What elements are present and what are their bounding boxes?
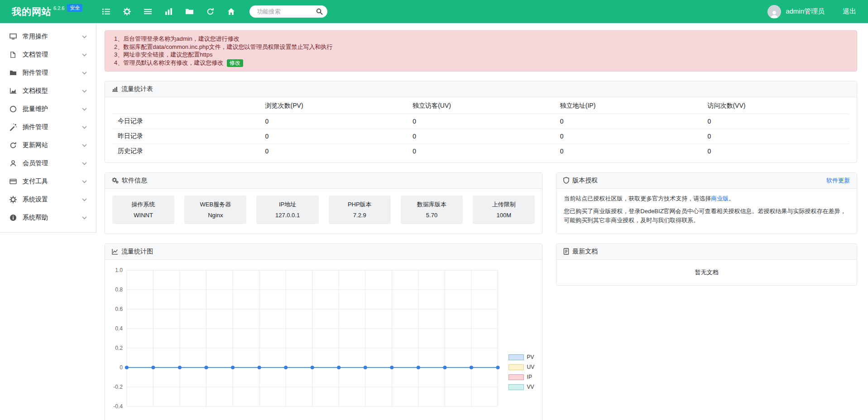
- legend-label: UV: [527, 364, 535, 370]
- shield-icon: [563, 177, 569, 184]
- software-item-value: 5.70: [403, 211, 461, 220]
- software-info-card: 软件信息 操作系统 WINNT WEB服务器 Nginx IP地址 127.0.…: [105, 172, 542, 234]
- software-item-database: 数据库版本 5.70: [401, 196, 463, 224]
- svg-text:-0.2: -0.2: [113, 383, 123, 390]
- svg-text:-0.4: -0.4: [113, 403, 123, 409]
- list-icon[interactable]: [102, 8, 110, 15]
- gear-icon[interactable]: [123, 8, 131, 15]
- chart-legend: PV UV IP VV: [508, 353, 535, 391]
- top-navbar: 我的网站 6.2.6 安全: [0, 0, 868, 23]
- traffic-chart-card: 流量统计图 1.00.80.60.40.20-0.2-0.4 PV UV: [105, 243, 542, 420]
- latest-docs-empty: 暂无文档: [556, 260, 857, 285]
- svg-text:0: 0: [120, 364, 123, 370]
- cell-value: 0: [555, 114, 702, 129]
- alert-line: 4、管理员默认名称没有修改，建议您修改 修改: [114, 59, 848, 67]
- row-label: 昨日记录: [112, 129, 260, 144]
- modify-badge[interactable]: 修改: [227, 59, 243, 67]
- cell-value: 0: [702, 114, 849, 129]
- alert-line: 1、后台管理登录名称为admin，建议您进行修改: [114, 35, 848, 43]
- software-item-ip: IP地址 127.0.0.1: [256, 196, 318, 224]
- sidebar-item-document-management[interactable]: 文档管理: [0, 46, 96, 64]
- legend-label: VV: [527, 384, 534, 390]
- cell-value: 0: [407, 114, 555, 129]
- sidebar-item-update-site[interactable]: 更新网站: [0, 136, 96, 154]
- version-label: 6.2.6: [53, 5, 64, 11]
- card-title: 最新文档: [572, 248, 598, 256]
- sidebar-item-label: 文档模型: [23, 87, 48, 95]
- search-icon[interactable]: [316, 8, 323, 15]
- column-header: 独立访客(UV): [407, 98, 555, 114]
- navbar-shortcut-icons: [102, 8, 235, 15]
- sidebar-item-label: 常用操作: [23, 33, 48, 41]
- sidebar-item-system-help[interactable]: 系统帮助: [0, 209, 96, 227]
- software-update-link[interactable]: 软件更新: [826, 177, 850, 185]
- security-badge[interactable]: 安全: [67, 4, 82, 12]
- bar-chart-icon: [112, 86, 118, 92]
- site-brand[interactable]: 我的网站 6.2.6 安全: [12, 5, 82, 18]
- chevron-down-icon: [82, 35, 87, 38]
- traffic-table: 浏览次数(PV) 独立访客(UV) 独立地址(IP) 访问次数(VV) 今日记录…: [112, 98, 849, 159]
- line-chart-icon: [112, 248, 118, 255]
- legend-item-vv: VV: [508, 383, 535, 391]
- legend-swatch: [508, 354, 524, 360]
- sidebar-item-label: 系统设置: [23, 196, 48, 204]
- cell-value: 0: [260, 114, 408, 129]
- sidebar-item-member-management[interactable]: 会员管理: [0, 154, 96, 172]
- legend-label: PV: [527, 354, 534, 360]
- chevron-down-icon: [82, 216, 87, 220]
- software-item-value: 127.0.0.1: [258, 211, 317, 220]
- software-item-os: 操作系统 WINNT: [112, 196, 174, 224]
- info-circle-icon: [9, 214, 17, 221]
- cell-value: 0: [702, 144, 849, 159]
- bar-chart-icon[interactable]: [165, 8, 173, 15]
- table-header-row: 浏览次数(PV) 独立访客(UV) 独立地址(IP) 访问次数(VV): [112, 98, 849, 114]
- refresh-icon[interactable]: [206, 8, 214, 15]
- cell-value: 0: [260, 144, 408, 159]
- svg-text:0.4: 0.4: [115, 325, 123, 331]
- commercial-edition-link[interactable]: 商业版: [711, 195, 729, 202]
- brand-title: 我的网站: [12, 5, 52, 18]
- latest-docs-header: 最新文档: [556, 244, 857, 260]
- chevron-down-icon: [82, 198, 87, 201]
- sidebar-item-system-settings[interactable]: 系统设置: [0, 191, 96, 209]
- sidebar-item-doc-model[interactable]: 文档模型: [0, 82, 96, 100]
- legend-item-pv: PV: [508, 353, 535, 361]
- column-header: 浏览次数(PV): [260, 98, 408, 114]
- logout-link[interactable]: 退出: [843, 7, 856, 16]
- desktop-icon: [9, 33, 17, 40]
- software-info-body: 操作系统 WINNT WEB服务器 Nginx IP地址 127.0.0.1 P…: [105, 189, 542, 234]
- sidebar-item-attachment-management[interactable]: 附件管理: [0, 64, 96, 82]
- license-paragraph-1: 当前站点已授权社区版，获取更多官方技术支持，请选择商业版。: [564, 194, 849, 203]
- traffic-line-chart: 1.00.80.60.40.20-0.2-0.4: [107, 263, 539, 420]
- software-item-value: Nginx: [186, 211, 245, 220]
- cell-value: 0: [555, 129, 702, 144]
- folder-icon[interactable]: [186, 8, 193, 15]
- software-info-header: 软件信息: [105, 173, 542, 189]
- traffic-table-card: 流量统计表 浏览次数(PV) 独立访客(UV) 独立地址(IP) 访问次数(VV…: [105, 81, 857, 163]
- column-header: 访问次数(VV): [702, 98, 849, 114]
- column-header: 独立地址(IP): [555, 98, 702, 114]
- traffic-chart-header: 流量统计图: [105, 244, 542, 260]
- sidebar-item-batch-maintenance[interactable]: 批量维护: [0, 100, 96, 118]
- chart-row: 流量统计图 1.00.80.60.40.20-0.2-0.4 PV UV: [105, 234, 857, 420]
- traffic-table-header: 流量统计表: [105, 81, 857, 97]
- sidebar-item-common-ops[interactable]: 常用操作: [0, 28, 96, 46]
- alert-line: 2、数据库配置data/common.inc.php文件，建议您以管理员权限设置…: [114, 43, 848, 51]
- avatar[interactable]: [767, 5, 781, 19]
- home-icon[interactable]: [227, 8, 235, 15]
- traffic-chart-body: 1.00.80.60.40.20-0.2-0.4 PV UV IP: [105, 260, 542, 420]
- sidebar-item-label: 会员管理: [23, 159, 48, 167]
- cell-value: 0: [555, 144, 702, 159]
- search-box: [249, 5, 327, 18]
- sidebar-item-plugin-management[interactable]: 插件管理: [0, 118, 96, 136]
- document-icon: [563, 248, 569, 255]
- user-icon: [9, 160, 17, 167]
- software-item-value: 100M: [475, 211, 533, 220]
- menu-icon[interactable]: [144, 8, 152, 15]
- user-name[interactable]: admin管理员: [786, 7, 825, 16]
- svg-text:0.8: 0.8: [115, 286, 123, 292]
- search-input[interactable]: [256, 8, 316, 15]
- sidebar-item-payment-tools[interactable]: 支付工具: [0, 172, 96, 191]
- card-title: 版本授权: [572, 177, 598, 185]
- sidebar: 常用操作 文档管理 附件管理 文档模型 批量维护 插件管理: [0, 23, 96, 233]
